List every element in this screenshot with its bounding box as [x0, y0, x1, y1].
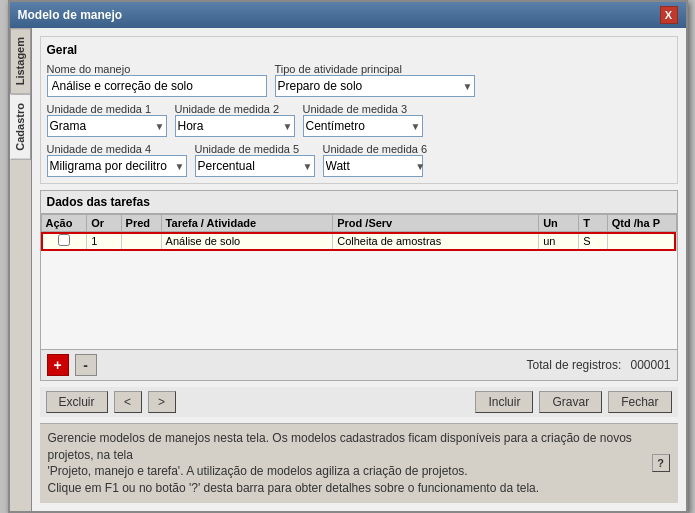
geral-header: Geral [47, 43, 671, 57]
table-row[interactable]: 1 Análise de solo Colheita de amostras u… [41, 232, 676, 251]
dados-tarefas-header: Dados das tarefas [41, 191, 677, 214]
action-bar: Excluir < > Incluir Gravar Fechar [40, 387, 678, 417]
col-acao: Ação [41, 215, 87, 232]
remove-row-button[interactable]: - [75, 354, 97, 376]
um6-label: Unidade de medida 6 [323, 143, 428, 155]
col-pred: Pred [121, 215, 161, 232]
status-text: Gerencie modelos de manejos nesta tela. … [48, 430, 652, 497]
row-tarefa: Análise de solo [161, 232, 333, 251]
um2-wrapper: Hora ▼ [175, 115, 295, 137]
total-label: Total de registros: 000001 [527, 358, 671, 372]
col-qtd-ha-p: Qtd /ha P [607, 215, 676, 232]
vertical-tabs: Listagem Cadastro [10, 28, 32, 511]
um3-select[interactable]: Centímetro [303, 115, 423, 137]
title-bar: Modelo de manejo X [10, 2, 686, 28]
total-value: 000001 [630, 358, 670, 372]
um1-select[interactable]: Grama [47, 115, 167, 137]
nome-manejo-group: Nome do manejo [47, 63, 267, 97]
tipo-atividade-select[interactable]: Preparo de solo [275, 75, 475, 97]
tipo-atividade-group: Tipo de atividade principal Preparo de s… [275, 63, 475, 97]
main-window: Modelo de manejo X Listagem Cadastro Ger… [8, 0, 688, 513]
main-content: Geral Nome do manejo Tipo de atividade p… [32, 28, 686, 511]
um2-select[interactable]: Hora [175, 115, 295, 137]
tarefas-table-container[interactable]: Ação Or Pred Tarefa / Atividade Prod /Se… [41, 214, 677, 349]
um5-select[interactable]: Percentual [195, 155, 315, 177]
um5-group: Unidade de medida 5 Percentual ▼ [195, 143, 315, 177]
row-checkbox-cell[interactable] [41, 232, 87, 251]
um4-select[interactable]: Miligrama por decilitro [47, 155, 187, 177]
um1-group: Unidade de medida 1 Grama ▼ [47, 103, 167, 137]
um4-wrapper: Miligrama por decilitro ▼ [47, 155, 187, 177]
row-pred [121, 232, 161, 251]
row-prod-serv: Colheita de amostras [333, 232, 539, 251]
excluir-button[interactable]: Excluir [46, 391, 108, 413]
row-qtd-ha-p [607, 232, 676, 251]
um5-label: Unidade de medida 5 [195, 143, 315, 155]
prev-button[interactable]: < [114, 391, 142, 413]
um4-label: Unidade de medida 4 [47, 143, 187, 155]
row-un: un [539, 232, 579, 251]
next-button[interactable]: > [148, 391, 176, 413]
row-or: 1 [87, 232, 121, 251]
table-header-row: Ação Or Pred Tarefa / Atividade Prod /Se… [41, 215, 676, 232]
table-bottom-bar: + - Total de registros: 000001 [41, 349, 677, 380]
um6-group: Unidade de medida 6 Watt ▼ [323, 143, 428, 177]
col-tarefa: Tarefa / Atividade [161, 215, 333, 232]
um6-select[interactable]: Watt [323, 155, 423, 177]
dados-tarefas-section: Dados das tarefas Ação Or Pred Tarefa / … [40, 190, 678, 381]
nome-manejo-label: Nome do manejo [47, 63, 267, 75]
tab-listagem[interactable]: Listagem [10, 28, 31, 94]
tarefas-table: Ação Or Pred Tarefa / Atividade Prod /Se… [41, 214, 677, 251]
nome-manejo-input[interactable] [47, 75, 267, 97]
geral-section: Geral Nome do manejo Tipo de atividade p… [40, 36, 678, 184]
um6-wrapper: Watt ▼ [323, 155, 428, 177]
col-t: T [579, 215, 608, 232]
um4-group: Unidade de medida 4 Miligrama por decili… [47, 143, 187, 177]
um2-group: Unidade de medida 2 Hora ▼ [175, 103, 295, 137]
gravar-button[interactable]: Gravar [539, 391, 602, 413]
um1-wrapper: Grama ▼ [47, 115, 167, 137]
status-bar: Gerencie modelos de manejos nesta tela. … [40, 423, 678, 503]
row-t: S [579, 232, 608, 251]
um2-label: Unidade de medida 2 [175, 103, 295, 115]
tipo-atividade-wrapper: Preparo de solo ▼ [275, 75, 475, 97]
um1-label: Unidade de medida 1 [47, 103, 167, 115]
close-button[interactable]: X [660, 6, 678, 24]
um3-wrapper: Centímetro ▼ [303, 115, 423, 137]
um5-wrapper: Percentual ▼ [195, 155, 315, 177]
window-title: Modelo de manejo [18, 8, 123, 22]
fechar-button[interactable]: Fechar [608, 391, 671, 413]
um3-group: Unidade de medida 3 Centímetro ▼ [303, 103, 423, 137]
tipo-atividade-label: Tipo de atividade principal [275, 63, 475, 75]
add-row-button[interactable]: + [47, 354, 69, 376]
help-button[interactable]: ? [652, 454, 670, 472]
row-checkbox[interactable] [58, 234, 70, 246]
um3-label: Unidade de medida 3 [303, 103, 423, 115]
col-or: Or [87, 215, 121, 232]
col-prod-serv: Prod /Serv [333, 215, 539, 232]
tab-cadastro[interactable]: Cadastro [10, 94, 31, 160]
col-un: Un [539, 215, 579, 232]
incluir-button[interactable]: Incluir [475, 391, 533, 413]
